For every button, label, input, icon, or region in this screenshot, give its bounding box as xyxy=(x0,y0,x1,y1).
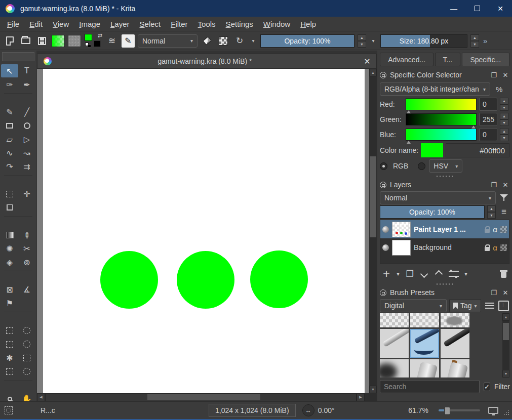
toolbox-drag-handle[interactable] xyxy=(2,52,34,61)
brush-preset-ink-pen[interactable] xyxy=(380,329,409,358)
reload-dropdown-caret[interactable]: ▾ xyxy=(249,38,257,44)
green-value-field[interactable]: 255 xyxy=(479,113,497,126)
horizontal-scroll-thumb[interactable] xyxy=(147,394,260,400)
spin-up-icon[interactable]: ▲ xyxy=(487,205,496,212)
spin-down-icon[interactable]: ▼ xyxy=(470,41,479,48)
background-color-swatch[interactable] xyxy=(94,40,101,47)
layer-name[interactable]: Paint Layer 1 ... xyxy=(414,225,482,233)
add-layer-dropdown-caret[interactable]: ▾ xyxy=(394,265,402,282)
maximize-button[interactable] xyxy=(465,0,489,17)
layer-blending-mode-dropdown[interactable]: Normal ▾ xyxy=(380,191,496,204)
polygon-tool[interactable]: ▱ xyxy=(1,133,18,146)
menu-filter[interactable]: Filter xyxy=(166,18,192,30)
docker-resize-handle[interactable] xyxy=(380,282,509,286)
gradient-chooser[interactable] xyxy=(52,35,65,47)
colorspace-dropdown[interactable]: RGB/Alpha (8-bit integer/chan ▾ xyxy=(380,82,490,96)
scroll-left-icon[interactable]: ◀ xyxy=(37,393,45,401)
enclose-fill-tool[interactable]: ⊚ xyxy=(18,256,35,269)
blue-value-field[interactable]: 0 xyxy=(479,128,497,141)
resize-grip[interactable] xyxy=(503,409,509,415)
menu-settings[interactable]: Settings xyxy=(221,18,258,30)
color-model-dropdown[interactable]: HSV ▾ xyxy=(429,159,462,173)
layer-name[interactable]: Background xyxy=(414,243,482,251)
vertical-scroll-track[interactable] xyxy=(369,76,377,386)
menu-help[interactable]: Help xyxy=(295,18,321,30)
crop-tool[interactable] xyxy=(1,201,18,214)
foreground-color-swatch[interactable] xyxy=(85,34,92,41)
red-channel-slider[interactable] xyxy=(406,98,477,110)
layer-properties-button[interactable] xyxy=(449,271,459,277)
assistants-tool[interactable]: ⊠ xyxy=(1,283,18,296)
freehand-select-tool[interactable] xyxy=(18,338,35,351)
text-tool[interactable]: T xyxy=(18,64,35,77)
brush-preset-airbrush[interactable] xyxy=(380,359,409,377)
spin-up-icon[interactable]: ▲ xyxy=(358,34,366,41)
close-docker-icon[interactable]: ✕ xyxy=(501,71,509,79)
foreground-background-colors[interactable]: ⇄ xyxy=(84,34,102,48)
fit-to-screen-icon[interactable] xyxy=(488,407,498,414)
ellipse-tool[interactable] xyxy=(18,119,35,132)
minimize-button[interactable]: — xyxy=(442,0,465,17)
brush-preset-selected-pencil[interactable] xyxy=(410,329,439,358)
rectangle-tool[interactable] xyxy=(1,119,18,132)
colorize-mask-tool[interactable]: ✺ xyxy=(1,242,18,255)
green-spinner[interactable]: ▲ ▼ xyxy=(500,113,508,126)
preset-search-input[interactable] xyxy=(380,380,480,393)
float-docker-icon[interactable]: ❐ xyxy=(490,71,498,79)
canvas-rotation-dial-icon[interactable]: ↔ xyxy=(302,404,314,416)
layer-opacity-spinner[interactable]: ▲ ▼ xyxy=(487,205,496,219)
spin-down-icon[interactable]: ▼ xyxy=(487,212,496,219)
new-document-button[interactable] xyxy=(3,34,16,48)
blue-channel-slider[interactable] xyxy=(406,129,477,141)
brush-size-slider[interactable]: Size: 180.80 px xyxy=(380,34,467,48)
scroll-down-icon[interactable]: ▼ xyxy=(369,386,377,393)
layer-lock-icon[interactable] xyxy=(485,247,490,251)
layer-visibility-icon[interactable] xyxy=(382,244,389,251)
freehand-path-tool[interactable]: ↝ xyxy=(18,146,35,159)
layer-docker-menu-icon[interactable]: ≡ xyxy=(498,207,509,217)
bezier-curve-tool[interactable]: ∿ xyxy=(1,146,18,159)
docker-lock-icon[interactable] xyxy=(380,182,386,188)
tab-advanced-color-selector[interactable]: Advanced... xyxy=(380,53,434,66)
bezier-select-tool[interactable] xyxy=(1,365,18,378)
menu-tools[interactable]: Tools xyxy=(193,18,221,30)
menu-select[interactable]: Select xyxy=(135,18,166,30)
rgb-radio[interactable] xyxy=(380,162,387,170)
spin-down-icon[interactable]: ▼ xyxy=(500,104,508,111)
menu-edit[interactable]: Edit xyxy=(24,18,48,30)
size-spinner[interactable]: ▲ ▼ xyxy=(470,34,479,48)
hsx-radio[interactable] xyxy=(418,162,425,170)
add-layer-button[interactable]: + xyxy=(380,265,393,282)
presets-menu-icon[interactable] xyxy=(485,303,494,309)
line-tool[interactable]: ╱ xyxy=(18,105,35,118)
inherit-alpha-icon[interactable] xyxy=(500,244,507,251)
layer-thumbnail[interactable] xyxy=(392,240,411,256)
layer-visibility-icon[interactable] xyxy=(382,226,389,233)
brush-preset-eraser-soft[interactable] xyxy=(441,313,469,327)
float-docker-icon[interactable]: ❐ xyxy=(490,181,498,189)
inherit-alpha-icon[interactable] xyxy=(500,226,507,233)
edit-shapes-tool[interactable]: ✑ xyxy=(1,78,18,91)
brush-preset-ink-pen-dark[interactable] xyxy=(441,329,469,358)
smart-patch-tool[interactable]: ✂ xyxy=(18,242,35,255)
tag-button[interactable]: Tag ▾ xyxy=(449,299,481,312)
spin-up-icon[interactable]: ▲ xyxy=(500,113,508,119)
close-docker-icon[interactable]: ✕ xyxy=(501,181,509,189)
view-mode-button[interactable]: ⁞ xyxy=(498,301,509,311)
red-spinner[interactable]: ▲ ▼ xyxy=(500,98,508,111)
close-docker-icon[interactable]: ✕ xyxy=(501,289,509,297)
spin-down-icon[interactable]: ▼ xyxy=(500,135,508,141)
rectangular-select-tool[interactable] xyxy=(1,324,18,337)
preserve-alpha-button[interactable] xyxy=(217,34,230,48)
hex-color-field[interactable]: #00ff00 xyxy=(446,143,509,157)
menu-image[interactable]: Image xyxy=(74,18,105,30)
move-layer-up-button[interactable] xyxy=(435,270,443,278)
measure-tool[interactable]: ∡ xyxy=(18,283,35,296)
scroll-right-icon[interactable]: ▶ xyxy=(357,393,365,401)
layer-row-background[interactable]: Background α xyxy=(380,238,509,257)
tag-filter-dropdown[interactable]: Digital ▾ xyxy=(380,299,447,312)
scroll-down-icon[interactable]: ▼ xyxy=(502,370,509,377)
docker-resize-handle[interactable] xyxy=(380,175,509,178)
layer-lock-icon[interactable] xyxy=(485,229,490,233)
float-docker-icon[interactable]: ❐ xyxy=(490,289,498,297)
